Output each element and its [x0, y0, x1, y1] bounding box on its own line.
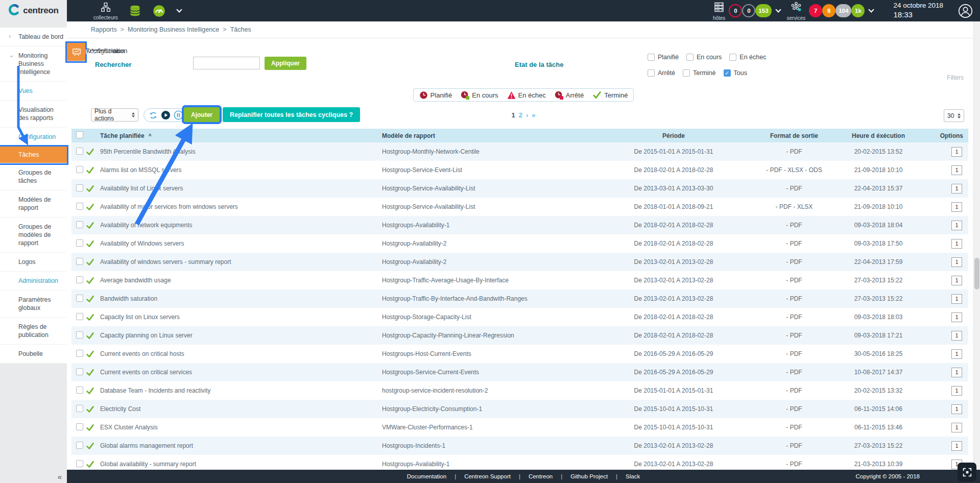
column-header-time[interactable]: Heure d éxécution [843, 132, 914, 139]
host-counter-badge[interactable]: 0 [729, 4, 742, 17]
options-input[interactable]: 1 [951, 386, 962, 396]
column-header-model[interactable]: Modèle de rapport [382, 132, 602, 139]
task-name[interactable]: Capacity planning on Linux server [100, 332, 382, 339]
row-checkbox[interactable] [76, 442, 83, 449]
column-header-task[interactable]: Tâche planifiée^ [100, 132, 382, 139]
options-input[interactable]: 1 [951, 276, 962, 285]
fullscreen-toggle-button[interactable] [958, 463, 976, 481]
row-checkbox[interactable] [76, 166, 83, 173]
row-checkbox[interactable] [76, 221, 83, 228]
row-checkbox[interactable] [76, 276, 83, 283]
options-input[interactable]: 1 [951, 441, 962, 451]
service-counter-badge[interactable]: 7 [809, 4, 822, 17]
state-checkbox[interactable] [686, 54, 694, 61]
hosts-menu[interactable]: hôtes [713, 1, 725, 21]
footer-link[interactable]: Slack [626, 473, 640, 479]
row-checkbox[interactable] [76, 313, 83, 320]
play-icon[interactable] [161, 110, 171, 120]
hosts-chevron-down-icon[interactable] [775, 7, 781, 12]
task-name[interactable]: Global alarms management report [100, 442, 382, 449]
services-chevron-down-icon[interactable] [869, 7, 874, 12]
sidebar-subitem[interactable]: Vues [0, 82, 67, 101]
sidebar-subitem[interactable]: › Tableau de bord [0, 28, 67, 46]
options-input[interactable]: 1 [951, 184, 962, 194]
sidebar-subitem[interactable]: Règles de publication [0, 318, 67, 345]
page-link[interactable]: 2 [519, 111, 522, 119]
service-counter-badge[interactable]: 8 [822, 4, 835, 17]
task-name[interactable]: Database Team - Incidents and reactivity [100, 387, 382, 394]
options-input[interactable]: 1 [951, 257, 962, 267]
sidebar-subitem[interactable]: Paramètres globaux [0, 291, 67, 318]
task-name[interactable]: Current events on critical hosts [100, 350, 382, 357]
task-name[interactable]: Availability of network equipments [100, 222, 382, 229]
column-header-format[interactable]: Format de sortie [746, 132, 843, 139]
service-counter-badge[interactable]: 1k [851, 4, 865, 17]
centreon-logo[interactable]: centreon [0, 0, 67, 21]
breadcrumb-link[interactable]: Rapports [91, 26, 128, 33]
state-checkbox[interactable] [648, 69, 655, 77]
user-profile-icon[interactable] [958, 4, 973, 18]
task-name[interactable]: Bandwidth saturation [100, 295, 382, 302]
task-name[interactable]: Capacity list on Linux servers [100, 313, 382, 321]
service-counter-badge[interactable]: 104 [835, 4, 851, 17]
sidebar-item[interactable]: Rapports [67, 43, 85, 61]
sidebar-subitem[interactable]: Modèles de rapport [0, 190, 67, 218]
task-name[interactable]: ESX Cluster Analysis [100, 424, 382, 431]
state-checkbox[interactable] [648, 54, 655, 61]
row-checkbox[interactable] [76, 423, 83, 430]
host-counter-badge[interactable]: 0 [742, 4, 755, 17]
sidebar-subitem[interactable]: Tâches [0, 147, 67, 163]
options-input[interactable]: 1 [951, 202, 962, 212]
footer-link[interactable]: Centreon Support [464, 473, 529, 479]
host-counter-badge[interactable]: 153 [755, 4, 771, 17]
row-checkbox[interactable] [76, 239, 83, 247]
row-checkbox[interactable] [76, 295, 83, 302]
task-name[interactable]: Electricity Cost [100, 405, 382, 413]
footer-link[interactable]: Centreon [529, 473, 570, 479]
footer-link[interactable]: Documentation [407, 473, 464, 479]
options-input[interactable]: 1 [951, 239, 962, 249]
options-input[interactable]: 1 [951, 312, 962, 322]
row-checkbox[interactable] [76, 368, 83, 375]
page-link[interactable]: › [526, 111, 528, 119]
task-name[interactable]: Global availability - summary report [100, 461, 382, 468]
sidebar-subitem[interactable]: Poubelle [0, 345, 67, 364]
column-header-period[interactable]: Période [602, 132, 746, 139]
task-name[interactable]: Alarms list on MSSQL servers [100, 166, 382, 174]
row-checkbox[interactable] [76, 405, 83, 412]
breadcrumb-link[interactable]: Monitoring Business Intelligence [128, 26, 230, 33]
task-name[interactable]: Average bandwidth usage [100, 277, 382, 284]
options-input[interactable]: 1 [951, 349, 962, 359]
page-link[interactable]: 1 [511, 111, 515, 119]
pause-icon[interactable] [174, 110, 183, 120]
breadcrumb-link[interactable]: Tâches [230, 26, 251, 33]
per-page-select[interactable]: 30 [944, 109, 964, 122]
sidebar-subitem[interactable]: Logos [0, 253, 67, 272]
pollers-menu[interactable]: collecteurs [93, 2, 118, 20]
pollers-chevron-down-icon[interactable] [176, 7, 182, 12]
refresh-icon[interactable] [149, 111, 158, 120]
row-checkbox[interactable] [76, 148, 83, 155]
options-input[interactable]: 1 [951, 147, 962, 157]
sidebar-subitem[interactable]: Visualisation des rapports [0, 101, 67, 128]
apply-button[interactable]: Appliquer [265, 57, 306, 70]
sidebar-subitem[interactable]: ⌄ Monitoring Business Intelligence [0, 46, 67, 82]
task-name[interactable]: Current events on critical services [100, 369, 382, 376]
state-checkbox[interactable] [683, 69, 690, 77]
task-name[interactable]: Availability list of Linux servers [100, 185, 382, 192]
row-checkbox[interactable] [76, 331, 83, 339]
options-input[interactable]: 1 [951, 331, 962, 341]
scrollbar-thumb[interactable] [974, 258, 979, 289]
row-checkbox[interactable] [76, 203, 83, 210]
sidebar-subitem[interactable]: Configuration [0, 128, 67, 147]
task-name[interactable]: Availability of Windows servers [100, 240, 382, 247]
row-checkbox[interactable] [76, 387, 83, 394]
latency-gauge-icon[interactable] [152, 4, 166, 18]
page-link[interactable]: » [532, 111, 535, 119]
task-name[interactable]: 95th Percentile Bandwidth Analysis [100, 148, 382, 155]
more-actions-select[interactable]: Plus d actions [91, 108, 138, 122]
search-input[interactable] [193, 57, 260, 69]
services-menu[interactable]: services [787, 1, 806, 21]
row-checkbox[interactable] [76, 350, 83, 357]
options-input[interactable]: 1 [951, 165, 962, 175]
